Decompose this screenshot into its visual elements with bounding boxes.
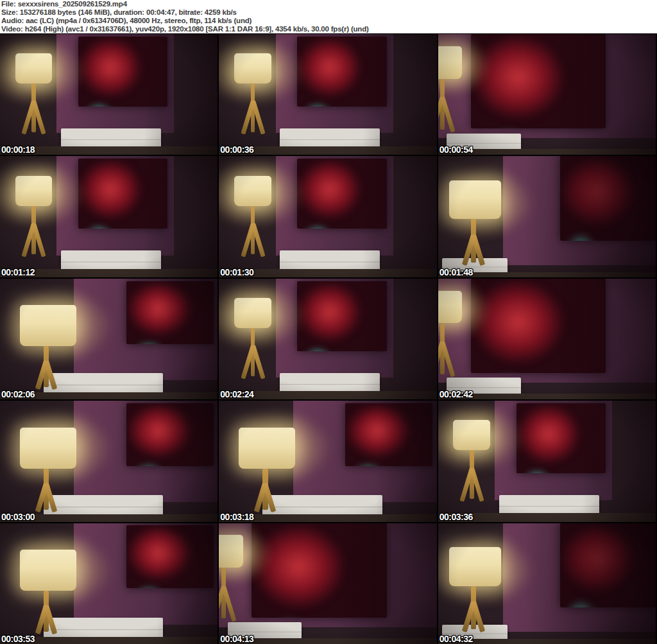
vignette-overlay <box>438 156 656 277</box>
thumbnail-grid: 00:00:18 00:00:36 <box>0 33 657 644</box>
thumbnail-cell: 00:03:18 <box>219 401 436 521</box>
thumbnail-cell: 00:03:00 <box>0 401 218 521</box>
thumbnail-timestamp: 00:00:54 <box>439 144 473 155</box>
thumbnail-timestamp: 00:03:53 <box>1 634 35 644</box>
scene-placeholder <box>219 523 436 644</box>
video-line: Video: h264 (High) (avc1 / 0x31637661), … <box>1 25 657 33</box>
thumbnail-cell: 00:02:42 <box>438 279 656 399</box>
vignette-overlay <box>219 523 436 644</box>
vignette-overlay <box>219 156 436 277</box>
thumbnail-cell: 00:01:12 <box>0 156 218 277</box>
thumbnail-timestamp: 00:04:32 <box>439 634 473 644</box>
vignette-overlay <box>219 401 436 521</box>
vignette-overlay <box>438 401 656 521</box>
file-info-header: File: sexxxsirens_202509261529.mp4 Size:… <box>0 0 657 33</box>
thumbnail-timestamp: 00:01:12 <box>1 267 35 277</box>
thumbnail-timestamp: 00:00:18 <box>1 144 35 155</box>
thumbnail-timestamp: 00:03:18 <box>220 512 253 522</box>
scene-placeholder <box>438 156 656 277</box>
scene-placeholder <box>438 279 656 399</box>
thumbnail-cell: 00:02:06 <box>0 279 218 399</box>
thumbnail-timestamp: 00:02:06 <box>1 389 35 399</box>
thumbnail-cell: 00:01:48 <box>438 156 656 277</box>
scene-placeholder <box>0 279 218 399</box>
vignette-overlay <box>219 34 436 155</box>
scene-placeholder <box>438 34 656 155</box>
thumbnail-cell: 00:03:53 <box>0 523 218 644</box>
scene-placeholder <box>219 34 436 155</box>
scene-placeholder <box>219 279 436 399</box>
thumbnail-timestamp: 00:02:42 <box>439 389 473 399</box>
audio-line: Audio: aac (LC) (mp4a / 0x6134706D), 480… <box>1 17 657 25</box>
thumbnail-timestamp: 00:03:36 <box>439 512 473 522</box>
thumbnail-cell: 00:00:18 <box>0 34 218 155</box>
thumbnail-timestamp: 00:03:00 <box>1 512 35 522</box>
thumbnail-cell: 00:04:13 <box>219 523 436 644</box>
vignette-overlay <box>438 523 656 644</box>
scene-placeholder <box>0 156 218 277</box>
scene-placeholder <box>0 523 218 644</box>
vignette-overlay <box>0 401 218 521</box>
thumbnail-cell: 00:01:30 <box>219 156 436 277</box>
scene-placeholder <box>219 156 436 277</box>
thumbnail-cell: 00:04:32 <box>438 523 656 644</box>
scene-placeholder <box>0 34 218 155</box>
video-contact-sheet: File: sexxxsirens_202509261529.mp4 Size:… <box>0 0 657 644</box>
vignette-overlay <box>0 156 218 277</box>
vignette-overlay <box>0 279 218 399</box>
scene-placeholder <box>438 523 656 644</box>
thumbnail-cell: 00:02:24 <box>219 279 436 399</box>
size-line: Size: 153276188 bytes (146 MiB), duratio… <box>1 8 657 17</box>
thumbnail-timestamp: 00:01:30 <box>220 267 253 277</box>
thumbnail-cell: 00:03:36 <box>438 401 656 521</box>
file-line: File: sexxxsirens_202509261529.mp4 <box>1 0 657 8</box>
vignette-overlay <box>219 279 436 399</box>
vignette-overlay <box>438 279 656 399</box>
thumbnail-timestamp: 00:00:36 <box>220 144 253 155</box>
vignette-overlay <box>0 34 218 155</box>
scene-placeholder <box>219 401 436 521</box>
scene-placeholder <box>438 401 656 521</box>
thumbnail-timestamp: 00:02:24 <box>220 389 253 399</box>
vignette-overlay <box>0 523 218 644</box>
thumbnail-timestamp: 00:01:48 <box>439 267 473 277</box>
vignette-overlay <box>438 34 656 155</box>
thumbnail-cell: 00:00:36 <box>219 34 436 155</box>
thumbnail-timestamp: 00:04:13 <box>220 634 253 644</box>
scene-placeholder <box>0 401 218 521</box>
thumbnail-cell: 00:00:54 <box>438 34 656 155</box>
